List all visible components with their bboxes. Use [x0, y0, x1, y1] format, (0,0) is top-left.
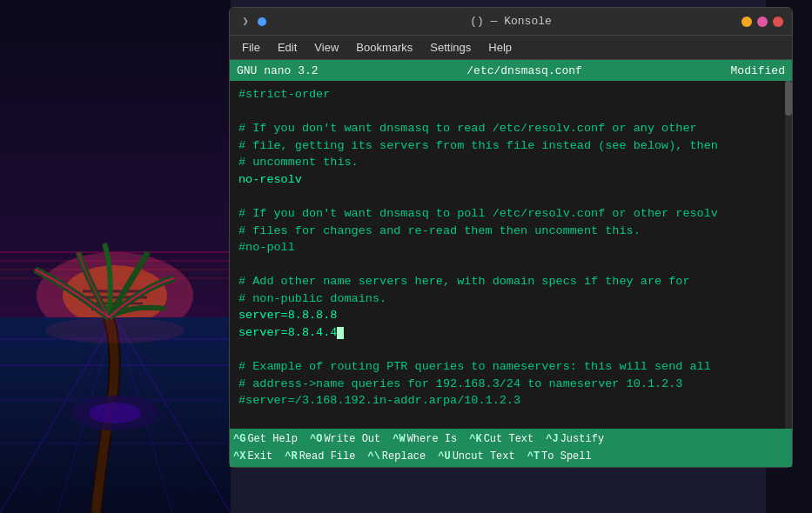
shortcut-key-g: ^G: [233, 431, 245, 447]
menu-settings[interactable]: Settings: [423, 39, 478, 56]
background-scene: [0, 0, 231, 513]
minimize-button[interactable]: [742, 17, 752, 27]
shortcut-label-exit: Exit: [247, 449, 272, 464]
shortcut-where-is: ^W Where Is: [393, 431, 466, 447]
editor-line-12: # Add other name servers here, with doma…: [238, 275, 689, 288]
shortcut-key-r: ^R: [285, 449, 297, 464]
shortcut-cut-text: ^K Cut Text: [469, 431, 542, 447]
menu-file[interactable]: File: [235, 39, 267, 56]
editor-line-9: # files for changes and re-read them the…: [238, 224, 641, 237]
scrollbar[interactable]: [785, 81, 792, 429]
shortcut-label-to-spell: To Spell: [541, 449, 592, 464]
menu-edit[interactable]: Edit: [271, 39, 304, 56]
shortcut-label-replace: Replace: [382, 449, 426, 464]
shortcuts-row-1: ^G Get Help ^O Write Out ^W Where Is ^K …: [233, 431, 789, 447]
editor-line-18: # address->name queries for 192.168.3/24…: [238, 377, 682, 390]
shortcut-write-out: ^O Write Out: [310, 431, 389, 447]
close-button[interactable]: [773, 17, 783, 27]
editor-line-17: # Example of routing PTR queries to name…: [238, 360, 711, 373]
shortcut-label-get-help: Get Help: [247, 431, 298, 447]
terminal-window: ❯ () — Konsole File Edit View Bookmarks …: [229, 7, 793, 468]
svg-point-25: [45, 317, 185, 343]
text-cursor: [337, 327, 344, 339]
nano-status-bar: GNU nano 3.2 /etc/dnsmasq.conf Modified: [230, 60, 792, 81]
shortcut-label-write-out: Write Out: [324, 431, 380, 447]
maximize-button[interactable]: [757, 17, 768, 27]
shortcuts-row-2: ^X Exit ^R Read File ^\ Replace ^U Uncut…: [233, 449, 789, 464]
editor-line-10: #no-poll: [238, 241, 295, 254]
editor-line-13: # non-public domains.: [238, 292, 386, 305]
shortcut-key-u: ^U: [438, 449, 450, 464]
shortcut-key-backslash: ^\: [367, 449, 379, 464]
editor-line-4: # file, getting its servers from this fi…: [238, 139, 718, 152]
scrollbar-thumb[interactable]: [785, 81, 792, 116]
editor-line-3: # If you don't want dnsmasq to read /etc…: [238, 122, 697, 135]
editor-line-14: server=8.8.8.8: [238, 309, 337, 322]
menu-bar: File Edit View Bookmarks Settings Help: [230, 36, 792, 60]
shortcut-key-x: ^X: [233, 449, 245, 464]
shortcut-label-where-is: Where Is: [407, 431, 458, 447]
editor-line-5: # uncomment this.: [238, 156, 359, 169]
shortcut-get-help: ^G Get Help: [233, 431, 306, 447]
menu-view[interactable]: View: [307, 39, 346, 56]
shortcut-label-justify: Justify: [560, 431, 604, 447]
editor-line-blank2: [238, 190, 245, 203]
editor-line-blank3: [238, 258, 245, 271]
shortcut-key-j: ^J: [546, 431, 558, 447]
editor-line-19: #server=/3.168.192.in-addr.arpa/10.1.2.3: [238, 394, 520, 407]
window-title: () — Konsole: [470, 15, 552, 28]
menu-bookmarks[interactable]: Bookmarks: [349, 39, 419, 56]
editor-line-blank4: [238, 343, 245, 356]
shortcut-uncut-text: ^U Uncut Text: [438, 449, 523, 464]
shortcut-to-spell: ^T To Spell: [527, 449, 601, 464]
title-bar-left: ❯: [238, 15, 266, 29]
shortcut-label-uncut-text: Uncut Text: [453, 449, 515, 464]
editor-line-blank: [238, 105, 245, 118]
svg-point-24: [89, 403, 141, 423]
shortcut-key-t: ^T: [527, 449, 540, 464]
editor-line-1: #strict-order: [238, 88, 330, 101]
shortcut-label-cut-text: Cut Text: [484, 431, 534, 447]
shortcut-justify: ^J Justify: [546, 431, 613, 447]
shortcut-exit: ^X Exit: [233, 449, 281, 464]
shortcut-key-o: ^O: [310, 431, 322, 447]
title-bar: ❯ () — Konsole: [230, 8, 792, 36]
editor-line-15: server=8.8.4.4: [238, 326, 344, 339]
shortcuts-bar: ^G Get Help ^O Write Out ^W Where Is ^K …: [230, 429, 792, 467]
shortcut-label-read-file: Read File: [299, 449, 356, 464]
nano-version: GNU nano 3.2: [237, 64, 319, 77]
title-dot-blue: [258, 17, 266, 26]
shortcut-read-file: ^R Read File: [285, 449, 364, 464]
editor-line-blank5: [238, 411, 245, 424]
menu-help[interactable]: Help: [481, 39, 519, 56]
shortcut-replace: ^\ Replace: [367, 449, 434, 464]
nano-modified: Modified: [731, 64, 785, 77]
shortcut-key-w: ^W: [393, 431, 405, 447]
editor-area[interactable]: #strict-order # If you don't want dnsmas…: [230, 81, 792, 429]
editor-line-6: no-resolv: [238, 173, 302, 186]
shortcut-key-k: ^K: [469, 431, 481, 447]
nano-filename: /etc/dnsmasq.conf: [466, 64, 582, 77]
window-controls: [742, 17, 783, 27]
editor-line-8: # If you don't want dnsmasq to poll /etc…: [238, 207, 718, 220]
terminal-icon: ❯: [238, 15, 252, 29]
